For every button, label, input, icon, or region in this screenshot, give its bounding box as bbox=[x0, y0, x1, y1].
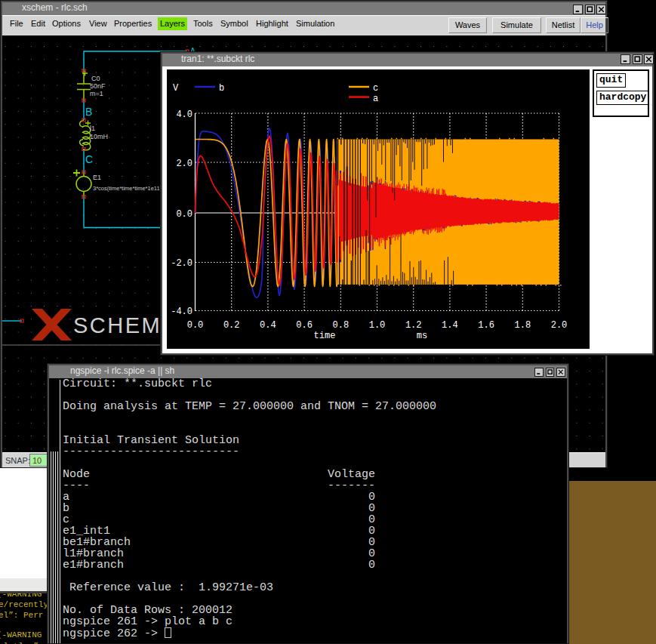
svg-text:1.2: 1.2 bbox=[405, 320, 422, 331]
svg-text:m=1: m=1 bbox=[90, 90, 103, 97]
svg-text:time: time bbox=[314, 331, 336, 341]
svg-text:0.6: 0.6 bbox=[296, 320, 313, 331]
svg-text:-4.0: -4.0 bbox=[171, 307, 192, 317]
svg-text:0.4: 0.4 bbox=[260, 320, 276, 331]
svg-text:1.0: 1.0 bbox=[369, 320, 386, 331]
svg-text:B: B bbox=[85, 106, 92, 118]
svg-text:4.0: 4.0 bbox=[176, 109, 192, 120]
svg-text:0.2: 0.2 bbox=[223, 320, 240, 331]
svg-text:1.8: 1.8 bbox=[514, 320, 531, 331]
svg-text:-2.0: -2.0 bbox=[171, 258, 192, 269]
svg-text:0.8: 0.8 bbox=[332, 320, 349, 331]
svg-text:E1: E1 bbox=[93, 174, 101, 181]
svg-text:V: V bbox=[173, 83, 179, 94]
svg-text:c: c bbox=[373, 83, 378, 94]
svg-text:l1: l1 bbox=[90, 125, 95, 132]
svg-text:0.0: 0.0 bbox=[187, 320, 204, 331]
svg-text:1.4: 1.4 bbox=[442, 320, 458, 331]
svg-text:2.0: 2.0 bbox=[176, 159, 192, 169]
svg-text:3*cos(time*time*time*1e11): 3*cos(time*time*time*1e11) bbox=[93, 185, 162, 192]
svg-text:1.6: 1.6 bbox=[478, 320, 494, 331]
svg-text:50nF: 50nF bbox=[90, 82, 106, 90]
svg-text:C0: C0 bbox=[91, 75, 100, 82]
svg-text:0.0: 0.0 bbox=[176, 209, 192, 220]
svg-text:b: b bbox=[219, 83, 224, 94]
svg-text:10mH: 10mH bbox=[90, 133, 108, 140]
svg-text:SCHEM: SCHEM bbox=[73, 313, 162, 337]
svg-text:a: a bbox=[373, 94, 378, 104]
svg-text:C: C bbox=[85, 153, 93, 165]
svg-text:2.0: 2.0 bbox=[551, 320, 568, 331]
svg-text:ms: ms bbox=[417, 331, 427, 341]
